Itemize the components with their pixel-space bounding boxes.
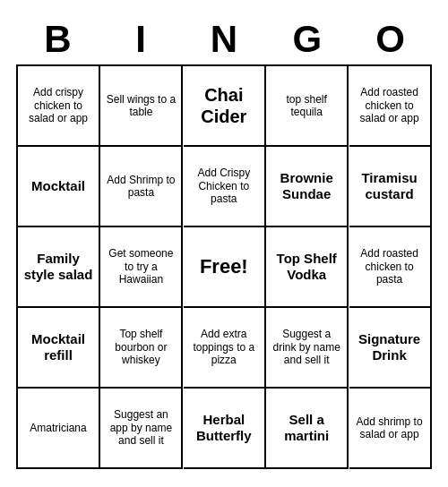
cell-r3-c2: Add extra toppings to a pizza: [184, 308, 266, 389]
title-letter: I: [101, 18, 180, 61]
bingo-title: BINGO: [16, 18, 432, 61]
cell-r4-c2: Herbal Butterfly: [184, 389, 266, 469]
cell-r3-c1: Top shelf bourbon or whiskey: [100, 308, 183, 389]
cell-r4-c3: Sell a martini: [266, 389, 349, 469]
cell-r2-c4: Add roasted chicken to pasta: [349, 227, 432, 308]
cell-r3-c4: Signature Drink: [349, 308, 432, 389]
cell-r4-c1: Suggest an app by name and sell it: [100, 389, 183, 469]
title-letter: O: [351, 18, 430, 61]
cell-r2-c3: Top Shelf Vodka: [266, 227, 349, 308]
title-letter: N: [185, 18, 263, 61]
cell-r0-c3: top shelf tequila: [266, 66, 349, 147]
cell-r4-c0: Amatriciana: [18, 389, 100, 469]
cell-r4-c4: Add shrimp to salad or app: [349, 389, 432, 469]
cell-r0-c1: Sell wings to a table: [100, 66, 183, 147]
cell-r3-c0: Mocktail refill: [18, 308, 100, 389]
cell-r1-c0: Mocktail: [18, 147, 100, 227]
cell-r2-c1: Get someone to try a Hawaiian: [100, 227, 183, 308]
cell-r0-c2: Chai Cider: [184, 66, 266, 147]
title-letter: B: [18, 18, 97, 61]
cell-r1-c3: Brownie Sundae: [266, 147, 349, 227]
cell-r1-c4: Tiramisu custard: [349, 147, 432, 227]
cell-r2-c2: Free!: [184, 227, 266, 308]
cell-r0-c0: Add crispy chicken to salad or app: [18, 66, 100, 147]
title-letter: G: [268, 18, 347, 61]
cell-r1-c2: Add Crispy Chicken to pasta: [184, 147, 266, 227]
cell-r1-c1: Add Shrimp to pasta: [100, 147, 183, 227]
cell-r0-c4: Add roasted chicken to salad or app: [349, 66, 432, 147]
cell-r2-c0: Family style salad: [18, 227, 100, 308]
cell-r3-c3: Suggest a drink by name and sell it: [266, 308, 349, 389]
bingo-grid: Add crispy chicken to salad or appSell w…: [16, 64, 432, 469]
bingo-card: BINGO Add crispy chicken to salad or app…: [9, 11, 439, 476]
